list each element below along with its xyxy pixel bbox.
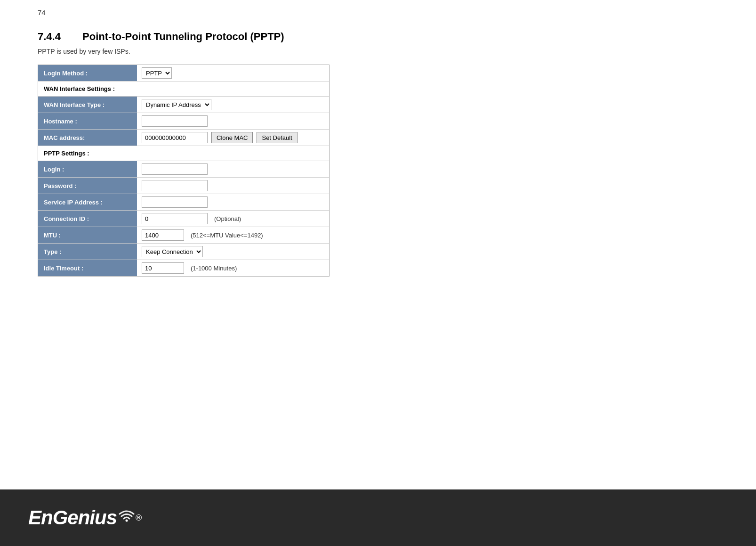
svg-point-0 (126, 520, 128, 522)
connection-id-hint: (Optional) (214, 215, 241, 222)
wan-settings-header: WAN Interface Settings : (38, 81, 329, 97)
password-row: Password : (38, 178, 329, 194)
clone-mac-button[interactable]: Clone MAC (211, 132, 253, 143)
mtu-input[interactable] (142, 229, 184, 241)
hostname-value (137, 113, 329, 129)
login-input[interactable] (142, 163, 208, 175)
mtu-hint: (512<=MTU Value<=1492) (191, 232, 263, 239)
idle-timeout-row: Idle Timeout : (1-1000 Minutes) (38, 260, 329, 276)
login-label: Login : (38, 161, 137, 177)
wifi-icon (118, 506, 136, 523)
login-row: Login : (38, 161, 329, 178)
section-number: 7.4.4 (38, 31, 61, 42)
service-ip-row: Service IP Address : (38, 194, 329, 211)
idle-timeout-hint: (1-1000 Minutes) (191, 265, 237, 272)
idle-timeout-input[interactable] (142, 262, 184, 274)
connection-id-row: Connection ID : (Optional) (38, 211, 329, 227)
idle-timeout-value: (1-1000 Minutes) (137, 260, 329, 276)
mtu-value: (512<=MTU Value<=1492) (137, 227, 329, 243)
hostname-input[interactable] (142, 115, 208, 127)
pptp-settings-header: PPTP Settings : (38, 146, 329, 161)
mac-address-row: MAC address: Clone MAC Set Default (38, 130, 329, 146)
subtitle: PPTP is used by very few ISPs. (38, 48, 718, 55)
mtu-row: MTU : (512<=MTU Value<=1492) (38, 227, 329, 244)
mtu-label: MTU : (38, 227, 137, 243)
login-method-row: Login Method : PPTP (38, 65, 329, 81)
password-value (137, 178, 329, 194)
password-input[interactable] (142, 180, 208, 191)
form-container: Login Method : PPTP WAN Interface Settin… (38, 65, 330, 277)
connection-id-label: Connection ID : (38, 211, 137, 227)
type-value: Keep Connection Auto Reconnect Manual (137, 244, 329, 260)
trademark: ® (136, 513, 142, 523)
footer: EnGenius ® (0, 489, 756, 546)
wan-interface-type-select[interactable]: Dynamic IP Address Static IP Address (142, 99, 211, 110)
type-label: Type : (38, 244, 137, 260)
mac-address-label: MAC address: (38, 130, 137, 146)
login-method-select[interactable]: PPTP (142, 67, 172, 79)
set-default-button[interactable]: Set Default (257, 132, 297, 143)
idle-timeout-label: Idle Timeout : (38, 260, 137, 276)
service-ip-value (137, 194, 329, 210)
hostname-label: Hostname : (38, 113, 137, 129)
section-title: 7.4.4 Point-to-Point Tunneling Protocol … (38, 31, 718, 43)
type-select[interactable]: Keep Connection Auto Reconnect Manual (142, 246, 203, 257)
mac-address-value: Clone MAC Set Default (137, 130, 329, 146)
connection-id-input[interactable] (142, 213, 208, 224)
type-row: Type : Keep Connection Auto Reconnect Ma… (38, 244, 329, 260)
login-method-value: PPTP (137, 65, 329, 81)
wan-interface-type-row: WAN Interface Type : Dynamic IP Address … (38, 97, 329, 113)
logo: EnGenius ® (28, 506, 142, 529)
main-content: 7.4.4 Point-to-Point Tunneling Protocol … (0, 16, 756, 305)
hostname-row: Hostname : (38, 113, 329, 130)
connection-id-value: (Optional) (137, 211, 329, 227)
login-value (137, 161, 329, 177)
login-method-label: Login Method : (38, 65, 137, 81)
service-ip-label: Service IP Address : (38, 194, 137, 210)
password-label: Password : (38, 178, 137, 194)
service-ip-input[interactable] (142, 196, 208, 208)
brand-name: EnGenius (28, 506, 117, 529)
wan-interface-type-value: Dynamic IP Address Static IP Address (137, 97, 329, 113)
page-number: 74 (0, 0, 756, 16)
wan-interface-type-label: WAN Interface Type : (38, 97, 137, 113)
mac-address-input[interactable] (142, 132, 208, 143)
section-heading: Point-to-Point Tunneling Protocol (PPTP) (82, 31, 284, 42)
